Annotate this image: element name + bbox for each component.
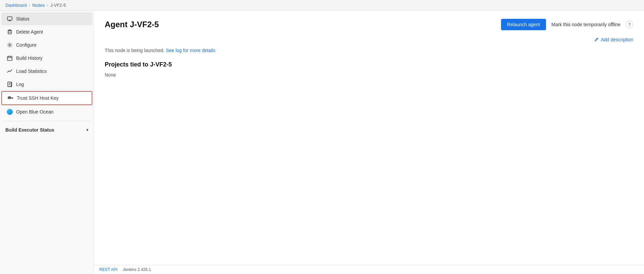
sidebar-item-build-history-label: Build History xyxy=(16,55,43,61)
svg-point-6 xyxy=(9,44,11,46)
sidebar-item-load-statistics[interactable]: Load Statistics xyxy=(1,65,92,78)
monitor-icon xyxy=(7,16,13,22)
trash-icon xyxy=(7,29,13,35)
blue-ocean-icon xyxy=(7,109,13,115)
sidebar-item-delete-agent[interactable]: Delete Agent xyxy=(1,26,92,38)
svg-line-20 xyxy=(597,39,597,39)
svg-rect-7 xyxy=(7,56,12,60)
sidebar-item-trust-ssh-label: Trust SSH Host Key xyxy=(17,95,59,101)
breadcrumb-current: J-VF2-5 xyxy=(50,3,66,8)
breadcrumb-sep-1: › xyxy=(29,3,30,8)
see-log-link[interactable]: See log for more details xyxy=(166,48,215,53)
breadcrumb: Dashboard › Nodes › J-VF2-5 xyxy=(0,0,644,11)
footer: REST API Jenkins 2.426.1 xyxy=(94,265,644,274)
pencil-icon xyxy=(594,37,599,42)
breadcrumb-sep-2: › xyxy=(47,3,48,8)
sidebar-item-status[interactable]: Status xyxy=(1,12,92,25)
sidebar-item-log[interactable]: Log xyxy=(1,78,92,91)
node-status-message: This node is being launched. See log for… xyxy=(105,48,633,53)
header-actions: Relaunch agent Mark this node temporaril… xyxy=(501,19,633,30)
build-executor-section: Build Executor Status ▾ xyxy=(1,124,92,136)
add-description-link[interactable]: Add description xyxy=(105,37,633,42)
sidebar-item-load-statistics-label: Load Statistics xyxy=(16,68,47,74)
sidebar-item-build-history[interactable]: Build History xyxy=(1,52,92,64)
relaunch-agent-button[interactable]: Relaunch agent xyxy=(501,19,546,30)
gear-icon xyxy=(7,42,13,48)
build-executor-header[interactable]: Build Executor Status ▾ xyxy=(1,124,92,136)
mark-offline-button[interactable]: Mark this node temporarily offline xyxy=(550,19,622,30)
build-executor-label: Build Executor Status xyxy=(5,127,54,133)
add-description-label: Add description xyxy=(601,37,633,42)
chevron-down-icon: ▾ xyxy=(86,128,88,132)
main-content: Agent J-VF2-5 Relaunch agent Mark this n… xyxy=(94,11,644,274)
sidebar-item-status-label: Status xyxy=(16,16,30,21)
breadcrumb-dashboard[interactable]: Dashboard xyxy=(5,3,27,8)
rest-api-link[interactable]: REST API xyxy=(99,267,117,272)
help-icon[interactable]: ? xyxy=(626,21,633,28)
svg-rect-3 xyxy=(8,31,11,34)
sidebar-item-open-blue-ocean-label: Open Blue Ocean xyxy=(16,109,53,115)
svg-rect-16 xyxy=(9,97,10,98)
breadcrumb-nodes[interactable]: Nodes xyxy=(32,3,45,8)
sidebar-item-log-label: Log xyxy=(16,82,24,87)
sidebar-item-configure-label: Configure xyxy=(16,42,37,48)
projects-none: None xyxy=(105,72,633,78)
page-title: Agent J-VF2-5 xyxy=(105,20,159,29)
page-header: Agent J-VF2-5 Relaunch agent Mark this n… xyxy=(105,19,633,30)
calendar-icon xyxy=(7,55,13,61)
projects-title: Projects tied to J-VF2-5 xyxy=(105,61,633,68)
sidebar-item-configure[interactable]: Configure xyxy=(1,39,92,51)
sidebar-item-delete-agent-label: Delete Agent xyxy=(16,29,43,35)
chart-icon xyxy=(7,68,13,74)
sidebar-divider xyxy=(3,121,91,121)
main-layout: Status Delete Agent xyxy=(0,11,644,274)
key-icon xyxy=(7,95,13,101)
jenkins-version: Jenkins 2.426.1 xyxy=(123,267,151,272)
svg-rect-0 xyxy=(7,17,12,20)
sidebar-item-trust-ssh[interactable]: Trust SSH Host Key xyxy=(1,91,92,105)
sidebar: Status Delete Agent xyxy=(0,11,94,274)
file-icon xyxy=(7,81,13,87)
sidebar-item-open-blue-ocean[interactable]: Open Blue Ocean xyxy=(1,105,92,118)
